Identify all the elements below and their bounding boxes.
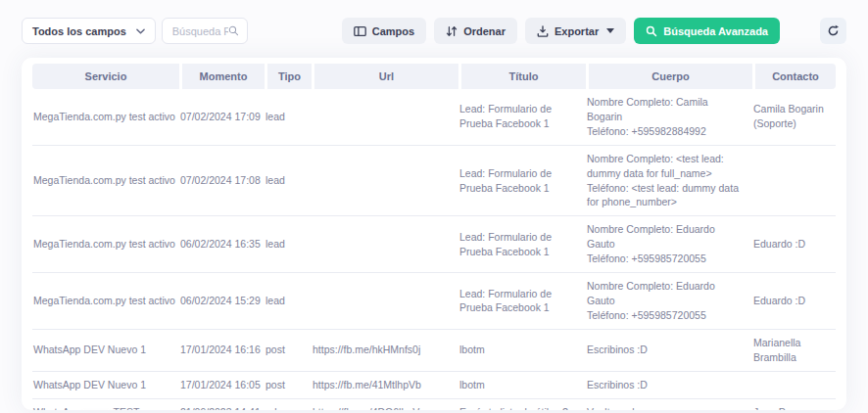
cell-line: Nombre Completo: <test lead: dummy data … [587, 152, 745, 181]
table-row[interactable]: WhatsApp DEV Nuevo 117/01/2024 16:05post… [32, 372, 836, 399]
service-name: TEST [111, 406, 140, 411]
col-header-contacto[interactable]: Contacto [752, 64, 836, 89]
cell-servicio: WhatsApp ····· TEST [32, 399, 179, 411]
cell-url [312, 273, 458, 330]
cell-servicio: MegaTienda.com.py test activo [32, 146, 179, 217]
cell-contacto: Eduardo :D [752, 273, 836, 330]
cell-titulo: Lead: Formulario de Prueba Facebook 1 [458, 146, 586, 217]
cell-momento: 21/09/2023 14:41 [179, 399, 265, 411]
cell-contacto [752, 372, 836, 399]
field-select-value: Todos los campos [32, 25, 126, 37]
table-row[interactable]: MegaTienda.com.py test activo06/02/2024 … [32, 273, 836, 330]
cell-contacto: Marianella Brambilla [752, 330, 836, 372]
search-input[interactable] [172, 25, 228, 37]
cell-url [312, 146, 458, 217]
search-icon [228, 24, 239, 37]
quick-search-box[interactable] [162, 18, 248, 44]
exportar-button[interactable]: Exportar [525, 18, 626, 44]
cell-titulo: Lead: Formulario de Prueba Facebook 1 [458, 89, 586, 146]
cell-cuerpo: Nombre Completo: Eduardo GautoTeléfono: … [586, 273, 752, 330]
table-header-row: Servicio Momento Tipo Url Título Cuerpo … [32, 64, 836, 89]
cell-cuerpo: Escribinos :D [586, 372, 752, 399]
cell-line: Teléfono: <test lead: dummy data for pho… [587, 181, 745, 210]
cell-url: https://fb.me/hkHMnfs0j [312, 330, 458, 372]
table-row[interactable]: WhatsApp DEV Nuevo 117/01/2024 16:16post… [32, 330, 836, 372]
toolbar: Todos los campos Campos Ordenar Exportar… [0, 0, 868, 56]
cell-line: Teléfono: +595982884992 [587, 124, 745, 139]
cell-line: Teléfono: +595985720055 [587, 252, 745, 266]
ordenar-label: Ordenar [463, 25, 506, 37]
table-row[interactable]: MegaTienda.com.py test activo07/02/2024 … [32, 146, 836, 217]
cell-url: https://fb.me/41MtlhpVb [312, 372, 458, 399]
cell-momento: 17/01/2024 16:16 [179, 330, 265, 372]
cell-contacto: Eduardo :D [752, 216, 836, 273]
service-name: WhatsApp [33, 406, 83, 411]
cell-titulo: lbotm [458, 330, 586, 372]
cell-servicio: WhatsApp DEV Nuevo 1 [32, 330, 179, 372]
cell-tipo: ad [265, 399, 312, 411]
cell-contacto [752, 146, 836, 217]
cell-momento: 07/02/2024 17:08 [179, 146, 265, 217]
refresh-icon [827, 24, 840, 37]
cell-line: Nombre Completo: Eduardo Gauto [587, 279, 745, 308]
table-row[interactable]: WhatsApp ····· TEST21/09/2023 14:41adhtt… [32, 399, 836, 411]
table-card: Servicio Momento Tipo Url Título Cuerpo … [22, 58, 846, 410]
redacted-text: ····· [83, 406, 110, 411]
cell-line: Nombre Completo: Eduardo Gauto [587, 222, 745, 252]
sort-icon [446, 25, 458, 37]
cell-titulo: Lead: Formulario de Prueba Facebook 1 [458, 216, 586, 273]
table-row[interactable]: MegaTienda.com.py test activo07/02/2024 … [32, 89, 836, 146]
columns-icon [354, 25, 366, 37]
campos-label: Campos [372, 25, 414, 37]
ordenar-button[interactable]: Ordenar [434, 18, 517, 44]
cell-cuerpo: Nombre Completo: Camila BogarinTeléfono:… [586, 89, 752, 146]
cell-line: Escribinos :D [587, 343, 745, 357]
busqueda-avanzada-button[interactable]: Búsqueda Avanzada [634, 18, 780, 44]
chevron-down-icon [136, 28, 145, 34]
search-icon [646, 25, 657, 37]
cell-cuerpo: Vuelta a clases [586, 399, 752, 411]
cell-line: Vuelta a clases [587, 405, 745, 411]
download-icon [537, 25, 549, 37]
cell-servicio: MegaTienda.com.py test activo [32, 216, 179, 273]
records-table: Servicio Momento Tipo Url Título Cuerpo … [32, 64, 836, 410]
cell-titulo: Lead: Formulario de Prueba Facebook 1 [458, 273, 586, 330]
cell-momento: 17/01/2024 16:05 [179, 372, 265, 399]
field-select[interactable]: Todos los campos [22, 18, 156, 44]
cell-line: Nombre Completo: Camila Bogarin [587, 95, 745, 124]
refresh-button[interactable] [820, 18, 846, 44]
cell-cuerpo: Escribinos :D [586, 330, 752, 372]
cell-line: Teléfono: +595985720055 [587, 308, 745, 323]
cell-momento: 06/02/2024 16:35 [179, 216, 265, 273]
cell-url [312, 216, 458, 273]
col-header-titulo[interactable]: Título [458, 64, 586, 89]
caret-down-icon [606, 28, 614, 33]
cell-cuerpo: Nombre Completo: Eduardo GautoTeléfono: … [586, 216, 752, 273]
cell-url [312, 89, 458, 146]
cell-servicio: MegaTienda.com.py test activo [32, 273, 179, 330]
cell-url: https://fb.me/4DG6lhuVs [312, 399, 458, 411]
cell-momento: 07/02/2024 17:09 [179, 89, 265, 146]
col-header-cuerpo[interactable]: Cuerpo [586, 64, 752, 89]
cell-contacto: Juan Perez [752, 399, 836, 411]
cell-tipo: post [265, 330, 312, 372]
exportar-label: Exportar [555, 25, 599, 37]
cell-titulo: lbotm [458, 372, 586, 399]
cell-servicio: MegaTienda.com.py test activo [32, 89, 179, 146]
cell-tipo: lead [265, 216, 312, 273]
table-row[interactable]: MegaTienda.com.py test activo06/02/2024 … [32, 216, 836, 273]
campos-button[interactable]: Campos [342, 18, 426, 44]
cell-servicio: WhatsApp DEV Nuevo 1 [32, 372, 179, 399]
col-header-url[interactable]: Url [312, 64, 458, 89]
col-header-servicio[interactable]: Servicio [32, 64, 179, 89]
cell-contacto: Camila Bogarin (Soporte) [752, 89, 836, 146]
cell-tipo: lead [265, 89, 312, 146]
cell-tipo: lead [265, 273, 312, 330]
col-header-momento[interactable]: Momento [179, 64, 265, 89]
cell-line: Escribinos :D [587, 378, 745, 392]
busqueda-avanzada-label: Búsqueda Avanzada [663, 25, 768, 37]
cell-momento: 06/02/2024 15:29 [179, 273, 265, 330]
cell-tipo: post [265, 372, 312, 399]
cell-cuerpo: Nombre Completo: <test lead: dummy data … [586, 146, 752, 217]
col-header-tipo[interactable]: Tipo [265, 64, 312, 89]
